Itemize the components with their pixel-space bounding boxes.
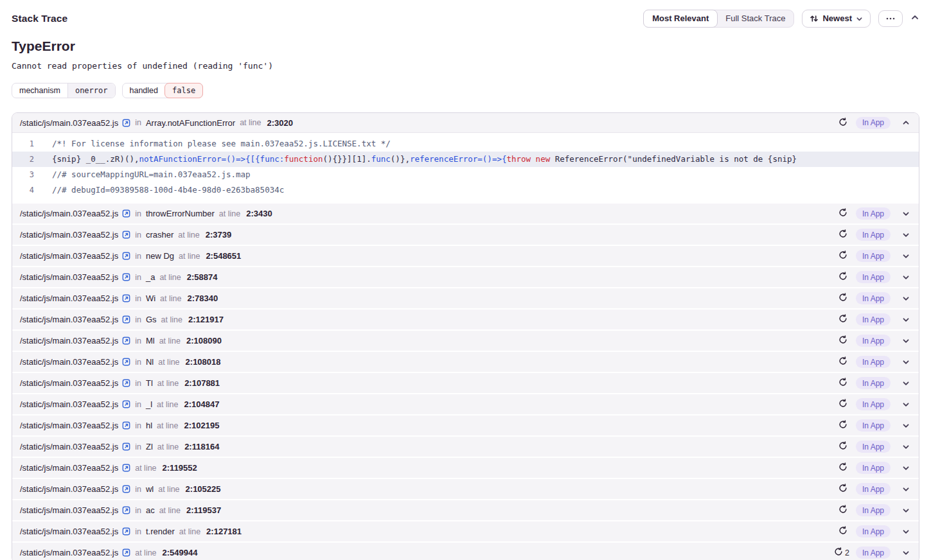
frame-chevron-icon[interactable] [901, 527, 911, 537]
frame-row[interactable]: /static/js/main.037eaa52.js in crasher a… [12, 225, 919, 245]
toggle-full-stack-trace[interactable]: Full Stack Trace [717, 10, 794, 27]
frame-row[interactable]: /static/js/main.037eaa52.js in Array.not… [12, 113, 919, 133]
frame-row[interactable]: /static/js/main.037eaa52.js in new Dg at… [12, 246, 919, 266]
frame-chevron-icon[interactable] [901, 118, 911, 128]
in-label: in [135, 358, 141, 367]
frame-chevron-icon[interactable] [901, 357, 911, 367]
frame-lineno: 2:3430 [246, 209, 272, 218]
in-label: in [135, 231, 141, 240]
frame-chevron-icon[interactable] [901, 315, 911, 325]
more-options-button[interactable] [878, 10, 903, 27]
frame-row[interactable]: /static/js/main.037eaa52.js in wl at lin… [12, 479, 919, 499]
tag-handled[interactable]: handled false [122, 83, 204, 98]
frame-function: t.render [146, 527, 175, 536]
frame-chevron-icon[interactable] [901, 548, 911, 558]
open-in-new-icon[interactable] [122, 506, 130, 514]
repeat-count [838, 272, 849, 283]
frame-chevron-icon[interactable] [901, 505, 911, 516]
open-in-new-icon[interactable] [122, 548, 130, 557]
frame-function: crasher [146, 230, 173, 240]
frame-row[interactable]: /static/js/main.037eaa52.js in hl at lin… [12, 416, 919, 435]
in-label: in [135, 273, 141, 282]
open-in-new-icon[interactable] [122, 252, 130, 260]
repeat-count [838, 335, 849, 346]
open-in-new-icon[interactable] [122, 421, 130, 430]
open-in-new-icon[interactable] [122, 379, 130, 387]
frame-row[interactable]: /static/js/main.037eaa52.js in throwErro… [12, 204, 919, 223]
at-line-label: at line [160, 294, 181, 303]
open-in-new-icon[interactable] [122, 358, 130, 366]
frame-path: /static/js/main.037eaa52.js [20, 399, 118, 409]
repeat-icon [834, 547, 843, 558]
collapse-section-button[interactable] [910, 13, 919, 24]
frame-chevron-icon[interactable] [901, 272, 911, 283]
frame-function: hl [146, 421, 152, 430]
tag-list: mechanism onerror handled false [12, 83, 919, 98]
in-label: in [135, 209, 141, 218]
frame-lineno: 2:78340 [187, 293, 218, 303]
frame-row[interactable]: /static/js/main.037eaa52.js in ac at lin… [12, 500, 919, 520]
frame-row[interactable]: /static/js/main.037eaa52.js at line 2:11… [12, 458, 919, 478]
code-line: 3//# sourceMappingURL=main.037eaa52.js.m… [12, 167, 919, 182]
repeat-count [838, 293, 849, 304]
at-line-label: at line [179, 527, 200, 536]
frame-path: /static/js/main.037eaa52.js [20, 293, 118, 303]
open-in-new-icon[interactable] [122, 119, 130, 127]
frame-row[interactable]: /static/js/main.037eaa52.js in Nl at lin… [12, 352, 919, 372]
frame-chevron-icon[interactable] [901, 484, 911, 494]
in-label: in [135, 485, 141, 494]
open-in-new-icon[interactable] [122, 315, 130, 324]
frame-function: _l [146, 399, 152, 409]
frame-chevron-icon[interactable] [901, 442, 911, 452]
frame-row[interactable]: /static/js/main.037eaa52.js in Tl at lin… [12, 373, 919, 393]
frame-row[interactable]: /static/js/main.037eaa52.js in Ml at lin… [12, 331, 919, 351]
frame-row[interactable]: /static/js/main.037eaa52.js in t.render … [12, 521, 919, 541]
frame-chevron-icon[interactable] [901, 209, 911, 219]
repeat-icon [838, 378, 847, 389]
frame-row[interactable]: /static/js/main.037eaa52.js in Zl at lin… [12, 437, 919, 457]
repeat-icon [838, 441, 847, 452]
frame-row[interactable]: /static/js/main.037eaa52.js in _l at lin… [12, 394, 919, 414]
frame-chevron-icon[interactable] [901, 378, 911, 389]
in-app-badge: In App [856, 441, 891, 453]
open-in-new-icon[interactable] [122, 464, 130, 472]
open-in-new-icon[interactable] [122, 527, 130, 536]
chevron-up-icon [910, 13, 919, 24]
repeat-count [838, 484, 849, 494]
frame-chevron-icon[interactable] [901, 336, 911, 346]
frame-lineno: 2:118164 [184, 442, 219, 451]
open-in-new-icon[interactable] [122, 485, 130, 493]
sort-newest-button[interactable]: Newest [802, 10, 871, 28]
frame-row[interactable]: /static/js/main.037eaa52.js in _a at lin… [12, 267, 919, 287]
frame-function: Ml [146, 336, 155, 346]
toggle-most-relevant[interactable]: Most Relevant [643, 10, 718, 28]
open-in-new-icon[interactable] [122, 273, 130, 281]
tag-key: mechanism [12, 83, 67, 98]
open-in-new-icon[interactable] [122, 231, 130, 239]
open-in-new-icon[interactable] [122, 337, 130, 345]
open-in-new-icon[interactable] [122, 209, 130, 218]
frame-chevron-icon[interactable] [901, 230, 911, 240]
frame-chevron-icon[interactable] [901, 293, 911, 304]
frame-chevron-icon[interactable] [901, 399, 911, 410]
frame-chevron-icon[interactable] [901, 463, 911, 473]
repeat-count [838, 208, 849, 219]
tag-mechanism[interactable]: mechanism onerror [12, 83, 116, 98]
open-in-new-icon[interactable] [122, 442, 130, 451]
section-title: Stack Trace [12, 13, 67, 24]
frame-row[interactable]: /static/js/main.037eaa52.js in Gs at lin… [12, 310, 919, 329]
view-toggle: Most Relevant Full Stack Trace [643, 10, 794, 28]
in-label: in [135, 506, 141, 515]
in-app-badge: In App [856, 398, 891, 410]
code-line: 1/*! For license information please see … [12, 136, 919, 152]
frame-row[interactable]: /static/js/main.037eaa52.js at line 2:54… [12, 543, 919, 560]
frame-chevron-icon[interactable] [901, 421, 911, 431]
frame-chevron-icon[interactable] [901, 251, 911, 261]
frame-path: /static/js/main.037eaa52.js [20, 209, 118, 218]
open-in-new-icon[interactable] [122, 294, 130, 302]
open-in-new-icon[interactable] [122, 400, 130, 408]
repeat-count [838, 462, 849, 473]
frame-path: /static/js/main.037eaa52.js [20, 421, 118, 430]
tag-key: handled [123, 83, 166, 98]
frame-row[interactable]: /static/js/main.037eaa52.js in Wi at lin… [12, 288, 919, 308]
